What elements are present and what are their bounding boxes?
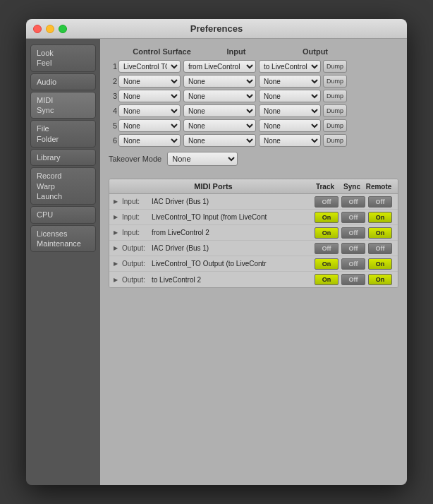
sidebar-label-midi-sync: MIDISync [37, 95, 90, 116]
midi-ports-header: MIDI Ports Track Sync Remote [109, 179, 398, 194]
cs-output-select-1[interactable]: to LiveControl 1 None [259, 60, 321, 73]
expand-icon-6[interactable]: ▶ [114, 277, 121, 283]
output-col-header: Output [277, 47, 353, 56]
window-title: Preferences [190, 23, 243, 34]
sync-toggle-4[interactable]: Off [341, 243, 365, 254]
cs-input-select-6[interactable]: None [183, 134, 256, 147]
cs-row-num-2: 2 [109, 77, 117, 85]
cs-row-4: 4 None None None Dump [109, 104, 398, 117]
cs-row-1: 1 LiveControl TO None from LiveControl 1… [109, 60, 398, 73]
titlebar: Preferences [26, 19, 407, 39]
dump-button-3[interactable]: Dump [323, 90, 347, 102]
track-toggle-1[interactable]: Off [315, 196, 339, 208]
cs-input-select-1[interactable]: from LiveControl 1 None [183, 60, 256, 73]
sidebar-label-library: Library [37, 152, 90, 162]
expand-icon-3[interactable]: ▶ [114, 229, 121, 236]
sidebar-label-look-feel: LookFeel [37, 48, 90, 68]
expand-icon-1[interactable]: ▶ [114, 198, 121, 205]
sync-toggle-3[interactable]: Off [341, 227, 365, 239]
sidebar-item-file-folder[interactable]: FileFolder [30, 120, 96, 148]
dump-button-6[interactable]: Dump [323, 134, 347, 147]
remote-toggle-5[interactable]: On [368, 258, 392, 270]
remote-toggle-4[interactable]: Off [368, 243, 392, 254]
takeover-row: Takeover Mode None Pickup Value Scaling [109, 149, 398, 169]
main-panel: Control Surface Input Output 1 LiveContr… [100, 39, 407, 485]
cs-surface-select-6[interactable]: None [118, 134, 181, 147]
remote-toggle-1[interactable]: Off [368, 196, 392, 208]
midi-row-2: ▶ Input: LiveControl_TO Input (from Live… [109, 210, 398, 225]
remote-col-header: Remote [365, 183, 392, 191]
cs-surface-select-5[interactable]: None [118, 119, 181, 132]
midi-port-name-4: IAC Driver (Bus 1) [152, 244, 313, 252]
sidebar-label-audio: Audio [37, 77, 90, 87]
cs-output-select-4[interactable]: None [259, 104, 321, 117]
track-toggle-3[interactable]: On [315, 227, 339, 239]
sync-toggle-5[interactable]: Off [341, 258, 365, 270]
midi-row-4: ▶ Output: IAC Driver (Bus 1) Off Off Off [109, 241, 398, 256]
cs-input-select-4[interactable]: None [183, 104, 256, 117]
midi-type-4: Output: [122, 244, 152, 252]
cs-output-select-6[interactable]: None [259, 134, 321, 147]
expand-icon-4[interactable]: ▶ [114, 245, 121, 251]
midi-ports-section: MIDI Ports Track Sync Remote ▶ Input: IA… [109, 179, 398, 288]
sidebar-label-record-warp-launch: RecordWarpLaunch [37, 171, 90, 201]
cs-row-6: 6 None None None Dump [109, 134, 398, 147]
dump-button-4[interactable]: Dump [323, 104, 347, 117]
expand-icon-5[interactable]: ▶ [114, 260, 121, 267]
close-button[interactable] [33, 25, 42, 33]
midi-port-name-2: LiveControl_TO Input (from LiveCont [152, 213, 313, 221]
traffic-lights [33, 25, 67, 33]
sidebar-item-audio[interactable]: Audio [30, 73, 96, 90]
sync-toggle-6[interactable]: Off [341, 274, 365, 285]
sidebar-item-record-warp-launch[interactable]: RecordWarpLaunch [30, 167, 96, 205]
cs-row-num-1: 1 [109, 62, 117, 71]
takeover-select[interactable]: None Pickup Value Scaling [167, 152, 238, 166]
track-toggle-4[interactable]: Off [315, 243, 339, 254]
dump-button-5[interactable]: Dump [323, 119, 347, 132]
cs-col-header: Control Surface [128, 47, 195, 56]
sidebar-item-look-feel[interactable]: LookFeel [30, 44, 96, 72]
expand-icon-2[interactable]: ▶ [114, 214, 121, 220]
cs-output-select-3[interactable]: None [259, 90, 321, 102]
cs-input-select-3[interactable]: None [183, 90, 256, 102]
sidebar-item-licenses-maintenance[interactable]: LicensesMaintenance [30, 225, 96, 253]
cs-input-select-2[interactable]: None [183, 75, 256, 88]
remote-toggle-3[interactable]: On [368, 227, 392, 239]
cs-row-5: 5 None None None Dump [109, 119, 398, 132]
midi-port-name-1: IAC Driver (Bus 1) [152, 198, 313, 205]
cs-input-select-5[interactable]: None [183, 119, 256, 132]
remote-toggle-6[interactable]: On [368, 274, 392, 285]
maximize-button[interactable] [59, 25, 67, 33]
input-col-header: Input [198, 47, 274, 56]
dump-button-1[interactable]: Dump [323, 60, 347, 73]
track-toggle-2[interactable]: On [315, 212, 339, 223]
sidebar: LookFeel Audio MIDISync FileFolder Libra… [26, 39, 100, 485]
track-toggle-6[interactable]: On [315, 274, 339, 285]
cs-surface-select-3[interactable]: None [118, 90, 181, 102]
midi-type-6: Output: [122, 276, 152, 284]
cs-row-2: 2 None None None Dump [109, 75, 398, 88]
sidebar-item-midi-sync[interactable]: MIDISync [30, 92, 96, 119]
sidebar-item-cpu[interactable]: CPU [30, 206, 96, 223]
sidebar-item-library[interactable]: Library [30, 149, 96, 166]
takeover-label: Takeover Mode [109, 155, 161, 163]
cs-surface-select-1[interactable]: LiveControl TO None [118, 60, 181, 73]
cs-surface-select-4[interactable]: None [118, 104, 181, 117]
midi-row-3: ▶ Input: from LiveControl 2 On Off On [109, 225, 398, 241]
main-content: LookFeel Audio MIDISync FileFolder Libra… [26, 39, 407, 485]
midi-type-5: Output: [122, 260, 152, 268]
midi-row-5: ▶ Output: LiveControl_TO Output (to Live… [109, 256, 398, 272]
track-toggle-5[interactable]: On [315, 258, 339, 270]
sidebar-label-licenses-maintenance: LicensesMaintenance [37, 229, 90, 249]
cs-output-select-2[interactable]: None [259, 75, 321, 88]
remote-toggle-2[interactable]: On [368, 212, 392, 223]
cs-output-select-5[interactable]: None [259, 119, 321, 132]
cs-row-num-3: 3 [109, 92, 117, 100]
midi-type-3: Input: [122, 229, 152, 236]
sync-toggle-1[interactable]: Off [341, 196, 365, 208]
cs-surface-select-2[interactable]: None [118, 75, 181, 88]
sidebar-label-cpu: CPU [37, 210, 90, 220]
minimize-button[interactable] [46, 25, 54, 33]
dump-button-2[interactable]: Dump [323, 75, 347, 88]
sync-toggle-2[interactable]: Off [341, 212, 365, 223]
